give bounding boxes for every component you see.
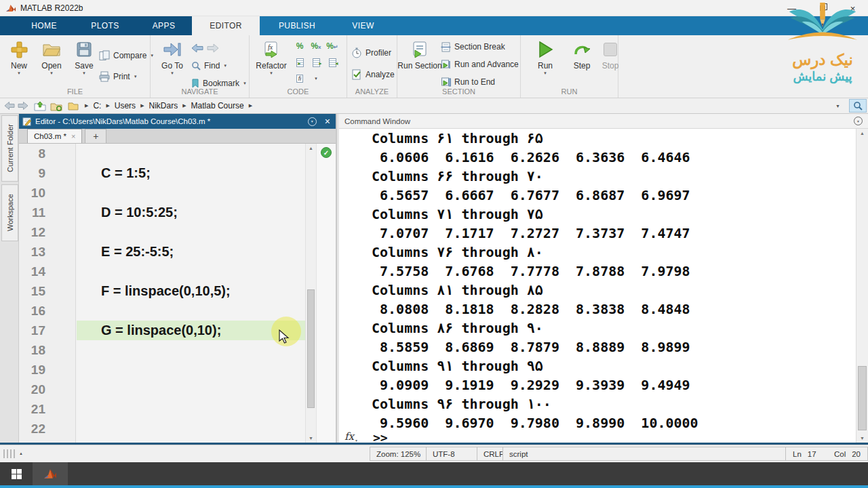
sidebar-tab-current-folder[interactable]: Current Folder — [1, 115, 18, 182]
indent-right-icon[interactable]: ▸ — [313, 58, 320, 67]
code-line[interactable]: F = linspace(0,10,5); — [77, 281, 305, 301]
smart-indent-icon[interactable]: ▸ — [296, 58, 304, 67]
code-line[interactable] — [77, 360, 305, 380]
status-zoom[interactable]: Zoom: 125% — [370, 447, 427, 461]
status-encoding[interactable]: UTF-8 — [426, 447, 477, 461]
breadcrumb-nikdars[interactable]: NikDars — [149, 101, 178, 110]
tab-publish[interactable]: PUBLISH — [260, 16, 334, 35]
breadcrumb-users[interactable]: Users — [115, 101, 136, 110]
code-area[interactable]: C = 1:5; D = 10:5:25; E = 25:-5:5; F = l… — [77, 144, 305, 443]
addr-dropdown-icon[interactable]: ▼ — [835, 104, 840, 108]
line-number: 9 — [19, 163, 75, 183]
command-window-scrollbar[interactable]: ▲ ▼ — [856, 129, 868, 443]
compare-icon — [99, 50, 110, 61]
start-button[interactable] — [0, 462, 33, 485]
command-window-title-bar[interactable]: Command Window ▼ — [339, 114, 868, 129]
editor-menu-icon[interactable]: ▼ — [308, 117, 317, 126]
crumb-sep-icon[interactable]: ▶ — [249, 103, 252, 108]
run-section-button[interactable]: Run Section — [401, 39, 438, 70]
addr-back-icon[interactable] — [4, 101, 15, 110]
crumb-sep-icon[interactable]: ▶ — [85, 103, 88, 108]
section-section-label: SECTION — [397, 87, 520, 96]
code-line[interactable] — [77, 301, 305, 321]
forward-icon[interactable] — [207, 43, 219, 53]
new-button[interactable]: New ▼ — [3, 39, 35, 76]
code-line[interactable] — [77, 340, 305, 360]
indent-right-arrow: ▸ — [319, 60, 321, 66]
editor-scrollbar[interactable]: ▲ ▼ — [305, 144, 316, 443]
new-tab-button[interactable]: + — [85, 129, 106, 143]
cw-scroll-up-icon[interactable]: ▲ — [856, 131, 868, 136]
goto-button[interactable]: Go To ▼ — [156, 39, 189, 76]
file-tab-close-icon[interactable]: × — [71, 132, 75, 140]
section-break-button[interactable]: Section Break — [441, 39, 519, 54]
scroll-up-icon[interactable]: ▲ — [306, 146, 316, 150]
save-button[interactable]: Save ▼ — [68, 39, 100, 76]
editor-body[interactable]: 8 9 10 11 12 13 14 15 16 17 18 19 20 21 … — [19, 144, 336, 443]
profiler-button[interactable]: Profiler — [351, 45, 395, 60]
breadcrumb-matlab-course[interactable]: Matlab Course — [191, 101, 244, 110]
crumb-sep-icon[interactable]: ▶ — [182, 103, 186, 108]
scroll-down-icon[interactable]: ▼ — [306, 436, 316, 441]
file-tab-ch03[interactable]: Ch03.m * × — [27, 129, 82, 143]
code-line[interactable] — [77, 222, 305, 242]
addr-forward-icon[interactable] — [18, 101, 28, 110]
grip-caret-icon[interactable]: ▲ — [19, 451, 23, 455]
code-folding-icon[interactable]: fi — [296, 75, 304, 83]
code-line[interactable] — [77, 144, 305, 163]
code-folding-caret-icon[interactable]: ▼ — [314, 77, 318, 81]
command-window-output[interactable]: Columns ۶۱ through ۶۵ 6.0606 6.1616 6.26… — [339, 129, 856, 443]
code-ok-icon[interactable]: ✓ — [321, 147, 332, 158]
compare-button[interactable]: Compare ▼ — [99, 48, 154, 63]
status-line-ending[interactable]: CRLF — [477, 447, 503, 461]
tab-apps[interactable]: APPS — [136, 16, 192, 35]
run-advance-button[interactable]: Run and Advance — [441, 57, 519, 72]
addr-search-button[interactable] — [849, 99, 867, 113]
command-prompt[interactable]: >> — [373, 432, 388, 443]
refactor-button[interactable]: fx Refactor ▼ — [255, 39, 288, 76]
back-icon[interactable] — [191, 43, 203, 53]
indent-left-icon[interactable]: ◂ — [329, 58, 336, 67]
ribbon-toolbar: New ▼ Open ▼ Save ▼ Compare ▼ Print ▼ F — [0, 35, 868, 98]
taskbar-matlab-button[interactable] — [33, 462, 68, 485]
stop-button[interactable]: Stop — [594, 39, 627, 70]
code-line[interactable] — [77, 262, 305, 281]
code-line[interactable] — [77, 419, 305, 439]
run-button[interactable]: Run ▼ — [529, 39, 561, 76]
code-line[interactable] — [77, 380, 305, 399]
code-line[interactable]: C = 1:5; — [77, 163, 305, 183]
wrap-comments-icon[interactable]: %↵ — [326, 41, 338, 51]
analyze-button[interactable]: Analyze — [351, 67, 395, 82]
open-button[interactable]: Open ▼ — [35, 39, 68, 76]
tab-plots[interactable]: PLOTS — [75, 16, 136, 35]
command-window-menu-icon[interactable]: ▼ — [854, 117, 863, 125]
find-button[interactable]: Find ▼ — [191, 58, 247, 73]
step-button[interactable]: Step — [566, 39, 598, 70]
wrap-enter: ↵ — [334, 44, 338, 50]
editor-scroll-thumb[interactable] — [307, 289, 315, 408]
tab-view[interactable]: VIEW — [334, 16, 392, 35]
uncomment-icon[interactable]: %x — [311, 41, 321, 51]
bookmark-caret-icon: ▼ — [243, 81, 247, 86]
code-line[interactable]: D = 10:5:25; — [77, 203, 305, 222]
up-one-level-icon[interactable] — [34, 101, 46, 111]
cw-scroll-down-icon[interactable]: ▼ — [856, 436, 868, 441]
comment-icon[interactable]: % — [296, 41, 304, 51]
print-button[interactable]: Print ▼ — [99, 69, 154, 84]
tab-editor[interactable]: EDITOR — [192, 16, 260, 35]
tab-home[interactable]: HOME — [14, 16, 75, 35]
command-prompt-row[interactable]: fx ▼ >> — [339, 432, 856, 443]
breadcrumb-drive[interactable]: C: — [93, 101, 101, 110]
fx-icon[interactable]: fx — [344, 430, 354, 443]
browse-folder-icon[interactable] — [50, 101, 62, 111]
resize-grip[interactable] — [3, 449, 16, 458]
code-line[interactable] — [77, 399, 305, 419]
crumb-sep-icon[interactable]: ▶ — [140, 103, 144, 108]
cw-scroll-thumb[interactable] — [858, 366, 867, 430]
code-line[interactable]: E = 25:-5:5; — [77, 242, 305, 262]
editor-title-bar[interactable]: Editor - C:\Users\NikDars\Matlab Course\… — [19, 114, 336, 129]
editor-close-icon[interactable]: × — [325, 117, 330, 125]
sidebar-tab-workspace[interactable]: Workspace — [1, 184, 18, 241]
code-line[interactable] — [77, 183, 305, 203]
crumb-sep-icon[interactable]: ▶ — [106, 103, 109, 108]
